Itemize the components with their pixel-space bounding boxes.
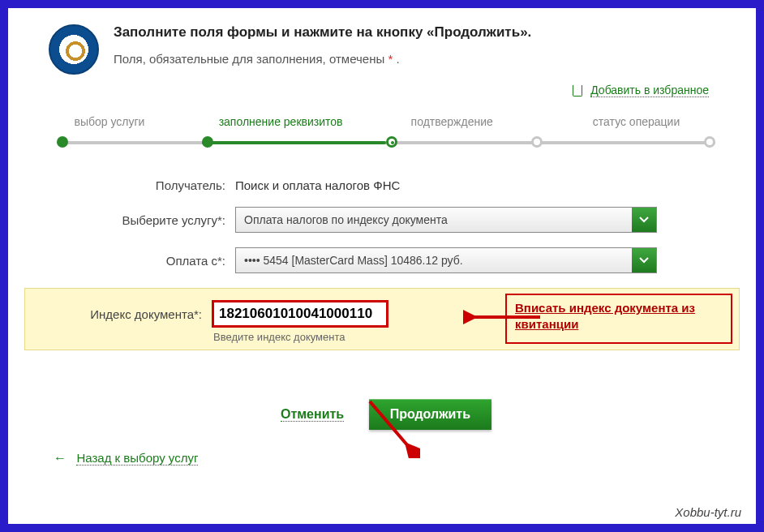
back-arrow-icon: ←: [54, 451, 67, 465]
index-label: Индекс документа*:: [49, 307, 212, 321]
service-label: Выберите услугу*:: [81, 213, 235, 227]
step-label-3: подтверждение: [411, 115, 493, 128]
page-subtitle: Поля, обязательные для заполнения, отмеч…: [114, 52, 531, 66]
recipient-label: Получатель:: [81, 178, 235, 192]
cancel-button[interactable]: Отменить: [281, 407, 344, 422]
fns-logo-icon: [49, 24, 99, 75]
chevron-down-icon: [632, 208, 656, 232]
back-link[interactable]: Назад к выбору услуг: [76, 451, 198, 466]
index-highlight-band: Индекс документа*: Введите индекс докуме…: [24, 288, 740, 350]
progress-stepper: выбор услуги заполнение реквизитов подтв…: [57, 115, 715, 154]
bookmark-icon: [573, 85, 582, 97]
payfrom-label: Оплата с*:: [81, 254, 235, 268]
payfrom-select-value: •••• 5454 [MasterCard Mass] 10486.12 руб…: [236, 254, 632, 267]
recipient-value: Поиск и оплата налогов ФНС: [235, 178, 400, 192]
watermark: Xobbu-tyt.ru: [675, 505, 741, 519]
arrow-icon: [363, 397, 420, 458]
arrow-icon: [463, 307, 544, 328]
service-select[interactable]: Оплата налогов по индексу документа: [235, 207, 657, 233]
subtitle-prefix: Поля, обязательные для заполнения, отмеч…: [114, 52, 388, 66]
step-label-2: заполнение реквизитов: [219, 115, 343, 128]
svg-line-1: [370, 401, 409, 447]
step-label-4: статус операции: [593, 115, 680, 128]
page-title: Заполните поля формы и нажмите на кнопку…: [114, 24, 531, 41]
document-index-input[interactable]: [212, 300, 388, 328]
payfrom-select[interactable]: •••• 5454 [MasterCard Mass] 10486.12 руб…: [235, 247, 657, 273]
step-label-1: выбор услуги: [74, 115, 144, 128]
service-select-value: Оплата налогов по индексу документа: [236, 213, 632, 226]
chevron-down-icon: [632, 248, 656, 272]
subtitle-suffix: .: [393, 52, 399, 66]
add-favorite-link[interactable]: Добавить в избранное: [590, 84, 709, 97]
